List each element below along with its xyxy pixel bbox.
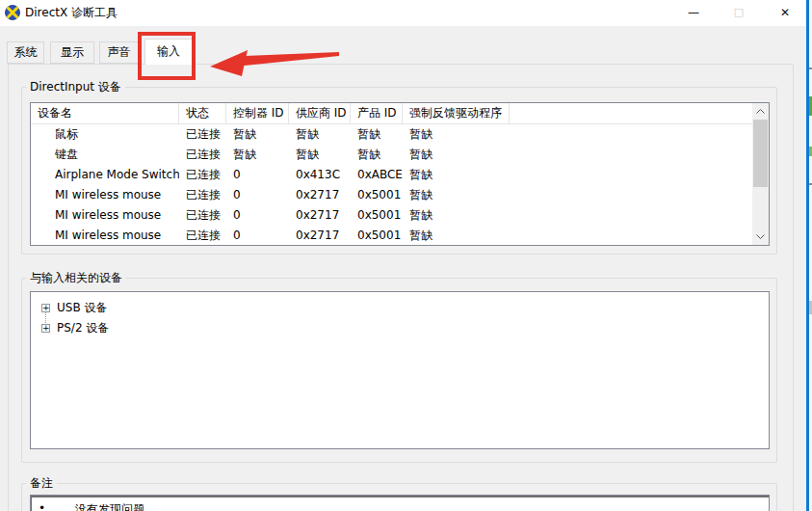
- cell-status: 已连接: [179, 124, 226, 145]
- group-directinput-title: DirectInput 设备: [26, 79, 125, 94]
- cell-device-name: 鼠标: [31, 124, 179, 145]
- cell-controller-id: 0: [226, 165, 289, 185]
- cell-controller-id: 0: [226, 205, 289, 226]
- cell-ff-driver: 暂缺: [403, 124, 510, 145]
- table-row[interactable]: MI wireless mouse 已连接 0 0x2717 0x5001 暂缺: [31, 226, 769, 246]
- table-row[interactable]: MI wireless mouse 已连接 0 0x2717 0x5001 暂缺: [31, 205, 769, 226]
- cell-device-name: MI wireless mouse: [31, 205, 179, 226]
- scrollbar-thumb[interactable]: [753, 120, 768, 187]
- cell-vendor-id: 0x2717: [289, 205, 351, 226]
- group-directinput-devices: DirectInput 设备 设备名 状态 控制器 ID 供应商 ID 产品 I…: [21, 87, 777, 255]
- cell-device-name: MI wireless mouse: [31, 185, 179, 205]
- table-vertical-scrollbar[interactable]: [752, 103, 769, 245]
- group-input-related-devices: 与输入相关的设备 + USB 设备 + PS/2 设备: [21, 278, 777, 463]
- tree-expand-plus-icon[interactable]: +: [41, 304, 50, 312]
- directinput-device-table: 设备名 状态 控制器 ID 供应商 ID 产品 ID 强制反馈驱动程序 鼠标 已…: [30, 102, 770, 246]
- cell-vendor-id: 0x2717: [289, 185, 351, 205]
- column-header-ff-driver[interactable]: 强制反馈驱动程序: [403, 103, 510, 124]
- related-devices-tree: + USB 设备 + PS/2 设备: [30, 291, 770, 449]
- cell-device-name: MI wireless mouse: [31, 226, 179, 246]
- tree-item-label: PS/2 设备: [57, 320, 109, 336]
- tree-item-ps2[interactable]: + PS/2 设备: [31, 318, 769, 338]
- cell-product-id: 0x5001: [351, 205, 403, 226]
- cell-device-name: Airplane Mode Switch: [31, 165, 179, 185]
- cell-product-id: 暂缺: [351, 124, 403, 145]
- maximize-button: □: [723, 0, 754, 25]
- cell-product-id: 0xABCE: [351, 165, 403, 185]
- table-row[interactable]: MI wireless mouse 已连接 0 0x2717 0x5001 暂缺: [31, 185, 769, 205]
- cell-ff-driver: 暂缺: [403, 205, 510, 226]
- cell-controller-id: 0: [226, 226, 289, 246]
- note-item: • 没有发现问题。: [39, 501, 769, 511]
- cell-status: 已连接: [179, 185, 226, 205]
- scrollbar-down-icon[interactable]: [752, 229, 769, 245]
- tree-connector-line: [45, 312, 46, 325]
- cell-status: 已连接: [179, 165, 226, 185]
- directx-app-icon: [5, 5, 20, 20]
- cell-ff-driver: 暂缺: [403, 165, 510, 185]
- tree-expand-plus-icon[interactable]: +: [41, 324, 50, 333]
- group-notes: 备注 • 没有发现问题。: [21, 483, 777, 511]
- note-text: 没有发现问题。: [55, 501, 156, 511]
- tab-display[interactable]: 显示: [50, 41, 94, 64]
- dxdiag-window: DirectX 诊断工具 — □ ✕ 系统 显示 声音 输入 DirectInp…: [0, 0, 812, 511]
- annotation-highlight-box: [138, 32, 196, 80]
- cell-product-id: 0x5001: [351, 185, 403, 205]
- column-header-status[interactable]: 状态: [179, 103, 226, 124]
- cell-product-id: 暂缺: [351, 145, 403, 165]
- cell-ff-driver: 暂缺: [403, 145, 510, 165]
- cell-ff-driver: 暂缺: [403, 185, 510, 205]
- close-button[interactable]: ✕: [770, 0, 800, 25]
- cell-controller-id: 暂缺: [226, 145, 289, 165]
- cell-status: 已连接: [179, 205, 226, 226]
- table-header-row: 设备名 状态 控制器 ID 供应商 ID 产品 ID 强制反馈驱动程序: [31, 103, 769, 124]
- cell-device-name: 键盘: [31, 145, 179, 165]
- window-title: DirectX 诊断工具: [25, 0, 118, 25]
- titlebar[interactable]: DirectX 诊断工具 — □ ✕: [0, 0, 806, 26]
- tree-item-usb[interactable]: + USB 设备: [31, 298, 769, 318]
- cell-status: 已连接: [179, 226, 226, 246]
- column-header-vendor-id[interactable]: 供应商 ID: [289, 103, 351, 124]
- group-related-title: 与输入相关的设备: [26, 270, 126, 285]
- column-header-controller-id[interactable]: 控制器 ID: [226, 103, 289, 124]
- cell-vendor-id: 暂缺: [289, 145, 351, 165]
- cell-controller-id: 0: [226, 185, 289, 205]
- cell-product-id: 0x5001: [351, 226, 403, 246]
- cell-status: 已连接: [179, 145, 226, 165]
- notes-textbox[interactable]: • 没有发现问题。: [30, 495, 770, 511]
- column-header-product-id[interactable]: 产品 ID: [351, 103, 403, 124]
- scrollbar-up-icon[interactable]: [752, 103, 769, 120]
- cell-vendor-id: 0x2717: [289, 226, 351, 246]
- column-header-filler: [510, 103, 769, 124]
- cell-controller-id: 暂缺: [226, 124, 289, 145]
- table-row[interactable]: Airplane Mode Switch 已连接 0 0x413C 0xABCE…: [31, 165, 769, 185]
- cell-vendor-id: 0x413C: [289, 165, 351, 185]
- group-notes-title: 备注: [26, 475, 57, 491]
- bullet-icon: •: [39, 501, 55, 511]
- table-row[interactable]: 键盘 已连接 暂缺 暂缺 暂缺 暂缺: [31, 145, 769, 165]
- tab-sound[interactable]: 声音: [99, 41, 139, 64]
- cell-ff-driver: 暂缺: [403, 226, 510, 246]
- column-header-device-name[interactable]: 设备名: [31, 103, 179, 124]
- table-row[interactable]: 鼠标 已连接 暂缺 暂缺 暂缺 暂缺: [31, 124, 769, 145]
- cell-vendor-id: 暂缺: [289, 124, 351, 145]
- tree-item-label: USB 设备: [57, 300, 107, 316]
- minimize-button[interactable]: —: [678, 0, 709, 25]
- annotation-arrow: [193, 29, 356, 87]
- tab-system[interactable]: 系统: [7, 41, 44, 64]
